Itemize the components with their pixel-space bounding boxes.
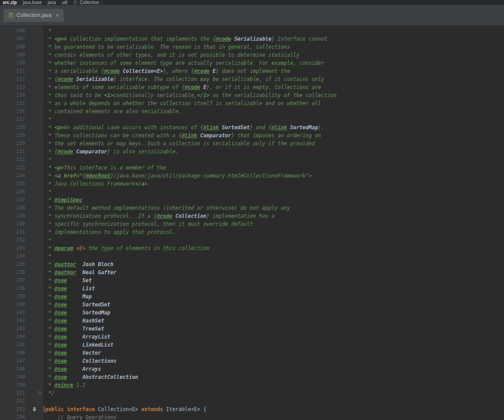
- code-line[interactable]: 245 * @see LinkedList: [0, 341, 504, 349]
- line-number[interactable]: 211: [0, 67, 25, 75]
- code-line[interactable]: 231 * implementations to apply that prot…: [0, 228, 504, 236]
- code-line[interactable]: 208 * be guaranteed to be serializable. …: [0, 43, 504, 51]
- breadcrumb-item-java[interactable]: java: [48, 0, 56, 5]
- line-number[interactable]: 207: [0, 35, 25, 43]
- line-number[interactable]: 248: [0, 365, 25, 373]
- code-line[interactable]: 211 * a serializable {@code Collection<E…: [0, 67, 504, 75]
- code-line[interactable]: 224 * <a href="{@docRoot}/java.base/java…: [0, 172, 504, 180]
- line-number[interactable]: 230: [0, 220, 25, 228]
- line-number[interactable]: 243: [0, 325, 25, 333]
- code-editor[interactable]: 206 *207 * <p>A collection implementatio…: [0, 26, 504, 420]
- code-line[interactable]: 244 * @see ArrayList: [0, 333, 504, 341]
- code-line[interactable]: 236 * @author Neal Gafter: [0, 268, 504, 276]
- code-line[interactable]: 251 */: [0, 389, 504, 397]
- code-line[interactable]: 248 * @see Arrays: [0, 365, 504, 373]
- code-line[interactable]: 237 * @see Set: [0, 276, 504, 284]
- fold-marker-icon[interactable]: [25, 389, 43, 397]
- code-line[interactable]: 233 * @param <E> the type of elements in…: [0, 244, 504, 252]
- line-number[interactable]: 209: [0, 51, 25, 59]
- code-line[interactable]: 217 *: [0, 115, 504, 123]
- code-line[interactable]: 239 * @see Map: [0, 293, 504, 301]
- code-line[interactable]: 212 * {@code Serializable} interface. Th…: [0, 75, 504, 83]
- code-line[interactable]: 253public interface Collection<E> extend…: [0, 405, 504, 413]
- breadcrumb-item-java-base[interactable]: java.base: [23, 0, 42, 5]
- code-line[interactable]: 246 * @see Vector: [0, 349, 504, 357]
- line-number[interactable]: 252: [0, 397, 25, 405]
- line-number[interactable]: 233: [0, 244, 25, 252]
- line-number[interactable]: 224: [0, 172, 25, 180]
- breadcrumb-item-src-zip[interactable]: src.zip: [3, 0, 17, 5]
- line-number[interactable]: 225: [0, 180, 25, 188]
- line-number[interactable]: 206: [0, 27, 25, 35]
- line-number[interactable]: 216: [0, 107, 25, 115]
- code-line[interactable]: 223 * <p>This interface is a member of t…: [0, 164, 504, 172]
- code-line[interactable]: 249 * @see AbstractCollection: [0, 373, 504, 381]
- line-number[interactable]: 239: [0, 293, 25, 301]
- line-number[interactable]: 240: [0, 301, 25, 309]
- code-line[interactable]: 214 * thus said to be <i>conditionally s…: [0, 91, 504, 99]
- code-line[interactable]: 207 * <p>A collection implementation tha…: [0, 35, 504, 43]
- code-line[interactable]: 241 * @see SortedMap: [0, 309, 504, 317]
- code-line[interactable]: 232 *: [0, 236, 504, 244]
- code-line[interactable]: 247 * @see Collections: [0, 357, 504, 365]
- code-line[interactable]: 252: [0, 397, 504, 405]
- code-line[interactable]: 221 * {@code Comparator} is also seriali…: [0, 148, 504, 156]
- code-line[interactable]: 220 * the set elements or map keys. Such…: [0, 140, 504, 148]
- code-line[interactable]: 228 * The default method implementations…: [0, 204, 504, 212]
- code-line[interactable]: 213 * elements of some serializable subt…: [0, 83, 504, 91]
- line-number[interactable]: 247: [0, 357, 25, 365]
- line-number[interactable]: 212: [0, 75, 25, 83]
- code-line[interactable]: 235 * @author Josh Bloch: [0, 260, 504, 268]
- code-line[interactable]: 222 *: [0, 156, 504, 164]
- code-line[interactable]: 243 * @see TreeSet: [0, 325, 504, 333]
- code-line[interactable]: 240 * @see SortedSet: [0, 301, 504, 309]
- code-line[interactable]: 210 * whether instances of some element …: [0, 59, 504, 67]
- line-number[interactable]: 251: [0, 389, 25, 397]
- code-line[interactable]: 229 * synchronization protocol. If a {@c…: [0, 212, 504, 220]
- line-number[interactable]: 237: [0, 276, 25, 284]
- line-number[interactable]: 229: [0, 212, 25, 220]
- line-number[interactable]: 217: [0, 115, 25, 123]
- line-number[interactable]: 232: [0, 236, 25, 244]
- breadcrumb-item-collection[interactable]: Collection: [80, 0, 99, 5]
- tab-collection-java[interactable]: I Collection.java ×: [4, 9, 64, 22]
- breadcrumb-item-util[interactable]: util: [62, 0, 68, 5]
- code-line[interactable]: 234 *: [0, 252, 504, 260]
- code-line[interactable]: 227 * @implSpec: [0, 196, 504, 204]
- line-number[interactable]: 246: [0, 349, 25, 357]
- line-number[interactable]: 235: [0, 260, 25, 268]
- code-line[interactable]: 254 // Query Operations: [0, 413, 504, 420]
- line-number[interactable]: 220: [0, 140, 25, 148]
- line-number[interactable]: 254: [0, 413, 25, 420]
- code-line[interactable]: 225 * Java Collections Framework</a>.: [0, 180, 504, 188]
- line-number[interactable]: 249: [0, 373, 25, 381]
- implementations-arrow-icon[interactable]: [25, 405, 43, 413]
- code-line[interactable]: 242 * @see HashSet: [0, 317, 504, 325]
- code-line[interactable]: 216 * contained elements are also serial…: [0, 107, 504, 115]
- line-number[interactable]: 218: [0, 123, 25, 132]
- line-number[interactable]: 241: [0, 309, 25, 317]
- line-number[interactable]: 208: [0, 43, 25, 51]
- line-number[interactable]: 210: [0, 59, 25, 67]
- line-number[interactable]: 236: [0, 268, 25, 276]
- code-line[interactable]: 218 * <p>An additional case occurs with …: [0, 123, 504, 132]
- line-number[interactable]: 214: [0, 91, 25, 99]
- line-number[interactable]: 221: [0, 148, 25, 156]
- code-line[interactable]: 250 * @since 1.2: [0, 381, 504, 389]
- line-number[interactable]: 222: [0, 156, 25, 164]
- line-number[interactable]: 250: [0, 381, 25, 389]
- line-number[interactable]: 219: [0, 132, 25, 140]
- line-number[interactable]: 213: [0, 83, 25, 91]
- line-number[interactable]: 226: [0, 188, 25, 196]
- line-number[interactable]: 227: [0, 196, 25, 204]
- line-number[interactable]: 244: [0, 333, 25, 341]
- line-number[interactable]: 245: [0, 341, 25, 349]
- line-number[interactable]: 253: [0, 405, 25, 413]
- code-line[interactable]: 226 *: [0, 188, 504, 196]
- line-number[interactable]: 223: [0, 164, 25, 172]
- line-number[interactable]: 228: [0, 204, 25, 212]
- line-number[interactable]: 242: [0, 317, 25, 325]
- code-line[interactable]: 215 * as a whole depends on whether the …: [0, 99, 504, 107]
- line-number[interactable]: 231: [0, 228, 25, 236]
- line-number[interactable]: 234: [0, 252, 25, 260]
